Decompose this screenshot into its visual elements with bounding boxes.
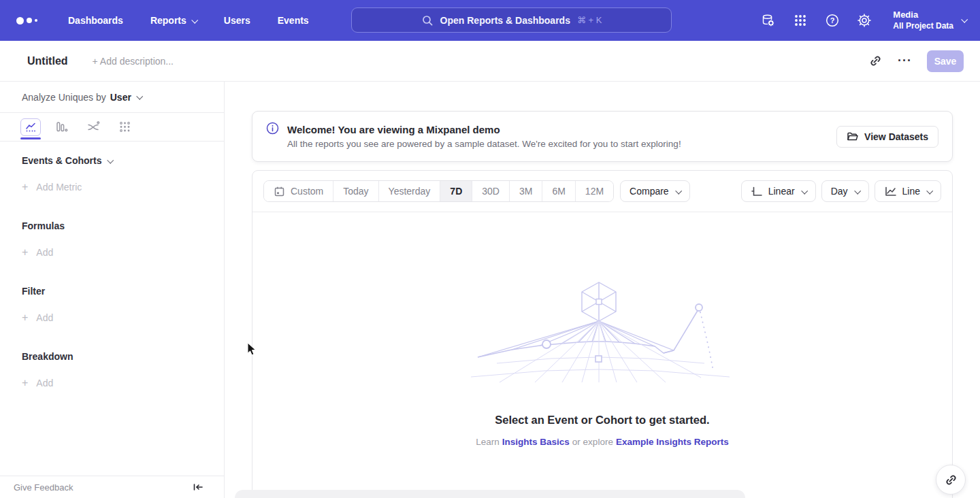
project-selector[interactable]: Media All Project Data — [893, 10, 966, 31]
scale-selector[interactable]: Linear — [741, 180, 816, 202]
plus-icon: + — [22, 377, 28, 389]
line-chart-icon — [24, 122, 37, 133]
more-options-icon[interactable]: ··· — [898, 54, 912, 68]
search-placeholder: Open Reports & Dashboards — [440, 15, 570, 26]
tab-flow-chart[interactable] — [82, 113, 105, 142]
chevron-down-icon — [801, 187, 808, 194]
section-breakdown: Breakdown + Add — [22, 351, 202, 389]
bottom-sheet-edge[interactable] — [235, 490, 745, 498]
plus-icon: + — [22, 312, 28, 324]
insights-chart-card: Custom Today Yesterday 7D 30D 3M 6M 12M … — [252, 170, 953, 498]
flow-icon — [87, 121, 100, 133]
nav-item-reports[interactable]: Reports — [150, 15, 197, 26]
compare-button[interactable]: Compare — [620, 180, 690, 202]
granularity-selector[interactable]: Day — [821, 180, 869, 202]
main-content: Welcome! You are viewing a Mixpanel demo… — [225, 82, 980, 498]
primary-nav: Dashboards Reports Users Events — [68, 15, 309, 26]
nav-item-users[interactable]: Users — [224, 15, 250, 26]
range-30d[interactable]: 30D — [472, 181, 510, 201]
date-range-segments: Custom Today Yesterday 7D 30D 3M 6M 12M — [263, 180, 614, 202]
data-management-icon[interactable] — [761, 13, 776, 28]
plus-icon: + — [22, 181, 28, 193]
section-title: Formulas — [22, 220, 202, 231]
chevron-down-icon — [108, 156, 114, 163]
tab-metrics-grid[interactable] — [113, 113, 136, 142]
tab-line-chart[interactable] — [19, 113, 42, 142]
section-title: Filter — [22, 286, 202, 297]
project-scope: All Project Data — [893, 21, 953, 32]
demo-welcome-banner: Welcome! You are viewing a Mixpanel demo… — [252, 111, 953, 162]
add-filter-button[interactable]: + Add — [22, 312, 202, 324]
empty-state-heading: Select an Event or Cohort to get started… — [495, 414, 709, 427]
project-name: Media — [893, 10, 953, 21]
insights-basics-link[interactable]: Insights Basics — [502, 437, 570, 447]
info-icon — [266, 122, 279, 135]
banner-body: All the reports you see are powered by a… — [287, 139, 681, 149]
example-reports-link[interactable]: Example Insights Reports — [616, 437, 729, 447]
empty-state: Select an Event or Cohort to get started… — [252, 212, 952, 447]
folder-icon — [847, 131, 858, 142]
range-yesterday[interactable]: Yesterday — [379, 181, 441, 201]
tab-bar-chart[interactable] — [50, 113, 74, 142]
view-datasets-button[interactable]: View Datasets — [836, 126, 938, 148]
chevron-down-icon — [854, 187, 861, 194]
axis-scale-icon — [751, 186, 763, 197]
empty-state-illustration — [470, 280, 735, 384]
search-shortcut: ⌘ + K — [577, 15, 602, 25]
nav-right-cluster: ? Media All Project Data — [761, 0, 966, 41]
range-12m[interactable]: 12M — [576, 181, 613, 201]
global-search-input[interactable]: Open Reports & Dashboards ⌘ + K — [351, 7, 672, 33]
analyze-entity-selector[interactable]: User — [110, 92, 142, 103]
search-icon — [421, 14, 434, 27]
chevron-down-icon — [136, 93, 143, 100]
mixpanel-logo-icon[interactable] — [16, 17, 44, 24]
chevron-down-icon — [675, 187, 682, 194]
report-title[interactable]: Untitled — [27, 55, 68, 67]
chart-type-selector[interactable]: Line — [875, 180, 941, 202]
banner-title: Welcome! You are viewing a Mixpanel demo — [287, 124, 681, 135]
top-nav: Dashboards Reports Users Events Open Rep… — [0, 0, 980, 41]
grid-dots-icon — [119, 121, 131, 133]
range-6m[interactable]: 6M — [542, 181, 575, 201]
line-chart-icon — [884, 186, 897, 197]
range-3m[interactable]: 3M — [510, 181, 542, 201]
section-events-cohorts: Events & Cohorts + Add Metric — [22, 155, 202, 193]
active-tab-underline — [20, 137, 41, 139]
settings-gear-icon[interactable] — [857, 13, 872, 28]
link-icon — [945, 474, 958, 486]
nav-item-events[interactable]: Events — [278, 15, 309, 26]
add-breakdown-button[interactable]: + Add — [22, 377, 202, 389]
share-link-fab[interactable] — [936, 465, 966, 495]
report-description-field[interactable]: + Add description... — [93, 56, 174, 67]
copy-link-icon[interactable] — [868, 54, 883, 69]
save-button[interactable]: Save — [927, 50, 964, 72]
section-formulas: Formulas + Add — [22, 220, 202, 259]
chart-controls-row: Custom Today Yesterday 7D 30D 3M 6M 12M … — [252, 171, 952, 212]
collapse-sidebar-icon[interactable] — [191, 480, 205, 494]
sidebar-footer: Give Feedback — [0, 476, 224, 498]
chevron-down-icon — [926, 187, 933, 194]
learn-prefix: Learn — [476, 437, 500, 447]
chevron-down-icon — [191, 16, 198, 23]
query-sections: Events & Cohorts + Add Metric Formulas +… — [0, 142, 224, 416]
nav-item-dashboards[interactable]: Dashboards — [68, 15, 123, 26]
bar-chart-icon — [56, 121, 68, 133]
plus-icon: + — [22, 246, 28, 259]
range-custom[interactable]: Custom — [264, 181, 333, 201]
empty-state-links: Learn Insights Basics or explore Example… — [476, 437, 728, 447]
learn-middle: or explore — [572, 437, 613, 447]
section-title[interactable]: Events & Cohorts — [22, 155, 202, 166]
help-icon[interactable]: ? — [825, 13, 840, 28]
chevron-down-icon — [961, 16, 968, 23]
add-formula-button[interactable]: + Add — [22, 246, 202, 259]
svg-text:?: ? — [830, 16, 835, 24]
add-metric-button[interactable]: + Add Metric — [22, 181, 202, 193]
range-today[interactable]: Today — [333, 181, 378, 201]
query-builder-sidebar: Analyze Uniques by User — [0, 82, 225, 498]
give-feedback-link[interactable]: Give Feedback — [14, 482, 73, 493]
range-7d[interactable]: 7D — [440, 181, 472, 201]
analyze-label: Analyze Uniques by — [22, 92, 106, 103]
apps-grid-icon[interactable] — [793, 13, 808, 28]
section-title: Breakdown — [22, 351, 202, 362]
chart-display-controls: Linear Day Line — [741, 180, 941, 202]
